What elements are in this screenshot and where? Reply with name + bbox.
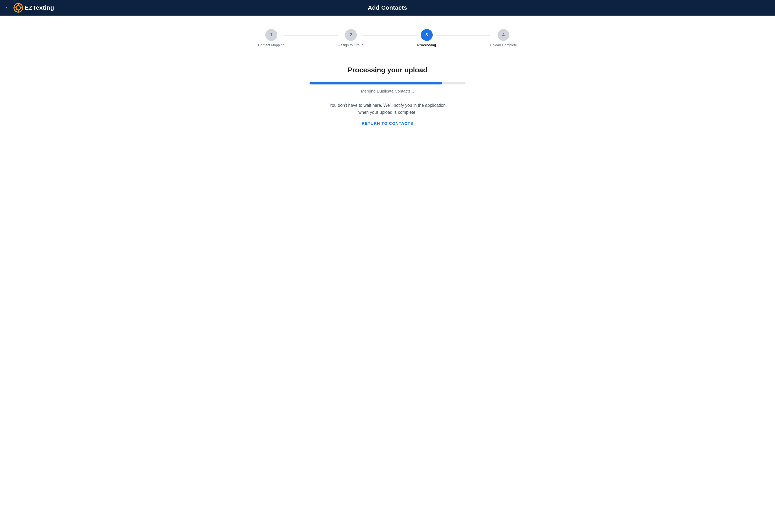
step-2: 2 Assign to Group (338, 29, 363, 47)
step-label-4: Upload Complete (490, 43, 517, 47)
progress-bar-container (309, 82, 466, 84)
step-1: 1 Contact Mapping (258, 29, 284, 47)
main-content: Processing your upload Merging Duplicate… (0, 55, 775, 136)
page-title: Add Contacts (368, 4, 408, 11)
return-to-contacts-link[interactable]: RETURN TO CONTACTS (362, 121, 413, 126)
description-line2: when your upload is complete. (358, 110, 417, 115)
logo-text: EZTexting (25, 4, 54, 11)
step-circle-3: 3 (421, 29, 433, 41)
progress-bar-fill (309, 82, 442, 84)
processing-title: Processing your upload (348, 66, 427, 74)
logo: EZTexting (13, 3, 54, 13)
back-button[interactable]: ‹ (5, 5, 7, 11)
step-connector-1 (284, 35, 338, 36)
step-number-3: 3 (426, 33, 428, 37)
app-header: ‹ EZTexting Add Contacts (0, 0, 775, 16)
step-number-1: 1 (270, 33, 272, 37)
step-circle-2: 2 (345, 29, 357, 41)
back-icon: ‹ (5, 5, 7, 11)
step-label-1: Contact Mapping (258, 43, 284, 47)
step-4: 4 Upload Complete (490, 29, 517, 47)
stepper: 1 Contact Mapping 2 Assign to Group 3 Pr… (0, 16, 775, 55)
step-circle-4: 4 (498, 29, 510, 41)
processing-status: Merging Duplicate Contacts... (361, 89, 414, 93)
step-connector-3 (436, 35, 490, 36)
svg-point-1 (16, 6, 20, 10)
step-number-2: 2 (349, 33, 352, 37)
step-circle-1: 1 (265, 29, 277, 41)
step-label-2: Assign to Group (338, 43, 363, 47)
step-3: 3 Processing (417, 29, 436, 47)
logo-icon (13, 3, 23, 13)
description-line1: You don't have to wait here. We'll notif… (329, 103, 446, 108)
step-label-3: Processing (417, 43, 436, 47)
step-connector-2 (363, 35, 417, 36)
step-number-4: 4 (502, 33, 505, 37)
processing-description: You don't have to wait here. We'll notif… (329, 102, 446, 116)
